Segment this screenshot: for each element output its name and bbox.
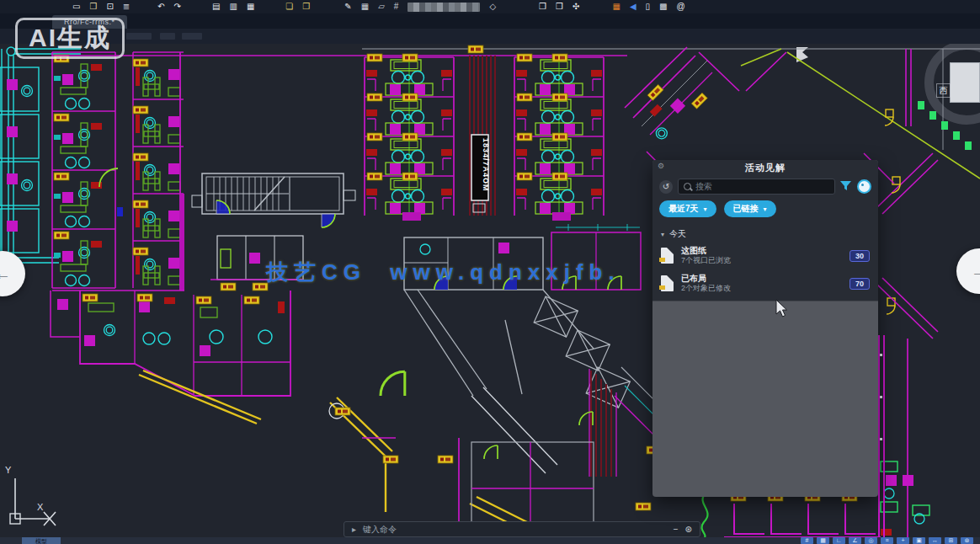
- refresh-icon[interactable]: [857, 179, 871, 194]
- match-properties-icon[interactable]: ✣: [573, 0, 579, 13]
- ucs-icon: Y X: [0, 461, 67, 531]
- item-subtitle: 2个对象已修改: [681, 284, 842, 293]
- paste-icon[interactable]: ❒: [556, 0, 563, 13]
- filter-pill-1[interactable]: 已链接▾: [724, 200, 776, 217]
- pointer-icon[interactable]: ◀: [630, 0, 636, 13]
- document-icon: [661, 248, 674, 264]
- undo-icon[interactable]: ↶: [157, 0, 164, 13]
- command-prompt-text[interactable]: 键入命令: [363, 524, 397, 536]
- nav-wheel-icon[interactable]: ⊛: [685, 525, 692, 534]
- viewcube-west-label[interactable]: 西: [936, 83, 951, 98]
- grid-toggle[interactable]: #: [801, 537, 813, 544]
- svg-text:Y: Y: [5, 465, 12, 475]
- item-text: 这图纸7个视口已浏览: [681, 246, 842, 265]
- document-icon: [661, 275, 674, 291]
- chevron-down-icon: ▾: [661, 231, 664, 238]
- chevron-down-icon: ▾: [704, 205, 707, 213]
- arrow-left-icon: ←: [0, 264, 11, 284]
- transparency-toggle[interactable]: ↔: [929, 537, 941, 544]
- filter-pill-label: 最近7天: [668, 203, 699, 215]
- osnap-toggle[interactable]: ◎: [865, 537, 877, 544]
- status-toggles: #▦∟∠◎≡+▣↔⊞⊛: [801, 537, 973, 544]
- plot-icon[interactable]: ▤: [212, 0, 220, 13]
- mouse-cursor: [775, 300, 788, 317]
- count-badge: 70: [850, 278, 870, 290]
- gear-icon[interactable]: ⚙: [658, 162, 665, 170]
- filter-icon[interactable]: [840, 181, 852, 192]
- dynamic-input-toggle[interactable]: +: [897, 537, 909, 544]
- arrow-right-icon: →: [971, 262, 980, 281]
- drawing-tab-bar: Rro/Fc-rrms.*: [0, 13, 980, 29]
- list-item[interactable]: 已布局2个对象已修改70: [652, 269, 878, 297]
- item-title: 这图纸: [681, 246, 842, 256]
- filter-pill-label: 已链接: [733, 203, 759, 215]
- filter-pills: 最近7天▾已链接▾: [652, 197, 878, 223]
- viewcube-face[interactable]: [950, 62, 980, 103]
- ribbon-strip: [0, 29, 980, 44]
- svg-text:X: X: [37, 502, 44, 512]
- calendar-icon[interactable]: ▦: [612, 0, 620, 13]
- image-icon[interactable]: ▩: [659, 0, 667, 13]
- scale-1-1-icon[interactable]: ⊡: [106, 0, 113, 13]
- search-box: [678, 179, 835, 195]
- tag-icon[interactable]: ◇: [489, 0, 496, 13]
- layers-icon[interactable]: ≣: [123, 0, 130, 13]
- count-badge: 30: [850, 250, 870, 262]
- search-icon: [684, 183, 691, 190]
- filter-pill-0[interactable]: 最近7天▾: [659, 200, 716, 217]
- chat-icon[interactable]: ▯: [646, 0, 651, 13]
- lineweight-toggle[interactable]: ▣: [913, 537, 925, 544]
- polar-toggle[interactable]: ∠: [849, 537, 861, 544]
- item-title: 已布局: [681, 274, 842, 284]
- sheet-set-icon[interactable]: ❐: [302, 0, 310, 13]
- quick-access-toolbar: ▭❒⊡≣↶↷▤▥▦❏❐✎▦▱#◇❐❒✣▦◀▯▩@: [0, 0, 980, 13]
- item-subtitle: 7个视口已浏览: [681, 256, 842, 265]
- section-label: 今天: [669, 228, 686, 240]
- ortho-toggle[interactable]: ∟: [833, 537, 845, 544]
- copy-icon[interactable]: ❐: [539, 0, 546, 13]
- redo-icon[interactable]: ↷: [174, 0, 181, 13]
- panel-header: ⚙ 活动见解: [652, 160, 878, 175]
- annotation-toggle[interactable]: ⊞: [945, 537, 957, 544]
- status-bar: 模型 #▦∟∠◎≡+▣↔⊞⊛: [0, 537, 980, 544]
- ai-generated-watermark: AI生成: [15, 18, 125, 59]
- new-file-icon[interactable]: ▭: [72, 0, 80, 13]
- mention-icon[interactable]: @: [677, 0, 685, 13]
- censored-region: [407, 3, 480, 12]
- svg-text:1834/7A4OM: 1834/7A4OM: [482, 138, 490, 192]
- otrack-toggle[interactable]: ≡: [881, 537, 893, 544]
- panel-title: 活动见解: [745, 162, 786, 174]
- folder-icon[interactable]: ▱: [378, 0, 385, 13]
- site-watermark: 技艺CG www.qdnxxjfb.: [266, 258, 620, 287]
- command-bar[interactable]: ▸ 键入命令 − ⊛: [344, 521, 700, 537]
- item-text: 已布局2个对象已修改: [681, 274, 842, 293]
- table-icon[interactable]: ▦: [361, 0, 369, 13]
- insight-list: 这图纸7个视口已浏览30已布局2个对象已修改70: [652, 242, 878, 297]
- annotate-icon[interactable]: ✎: [344, 0, 351, 13]
- measure-icon[interactable]: #: [394, 0, 399, 13]
- history-icon[interactable]: ↺: [659, 180, 673, 194]
- plot-preview-icon[interactable]: ▥: [229, 0, 237, 13]
- minimize-icon[interactable]: −: [674, 525, 679, 534]
- list-item[interactable]: 这图纸7个视口已浏览30: [652, 242, 878, 269]
- chevron-down-icon: ▾: [764, 205, 767, 213]
- model-tab[interactable]: 模型: [22, 537, 61, 544]
- open-file-icon[interactable]: ❒: [89, 0, 97, 13]
- command-prompt-icon: ▸: [352, 525, 356, 534]
- search-input[interactable]: [695, 182, 829, 191]
- sheet-icon[interactable]: ❏: [285, 0, 293, 13]
- section-today[interactable]: ▾ 今天: [652, 223, 878, 242]
- workspace-toggle[interactable]: ⊛: [961, 537, 973, 544]
- publish-icon[interactable]: ▦: [247, 0, 254, 13]
- activity-insights-panel: ⚙ 活动见解 ↺ 最近7天▾已链接▾ ▾ 今天 这图纸7个视口已浏览30已布局2…: [652, 160, 878, 497]
- snap-toggle[interactable]: ▦: [817, 537, 829, 544]
